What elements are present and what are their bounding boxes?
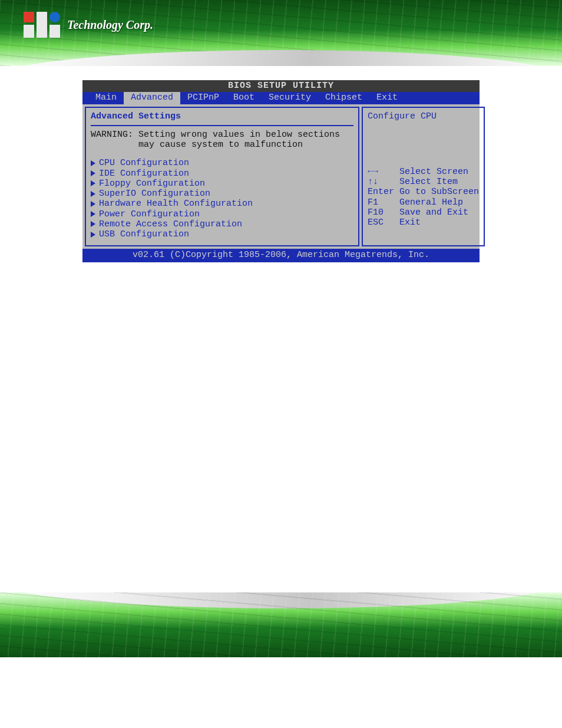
key-name: ESC [368, 218, 399, 228]
tab-advanced[interactable]: Advanced [124, 92, 180, 104]
menu-item-label: SuperIO Configuration [99, 189, 210, 199]
key-row: Enter Go to SubScreen [368, 187, 479, 197]
bios-tab-bar: Main Advanced PCIPnP Boot Security Chips… [82, 92, 480, 104]
menu-usb-configuration[interactable]: USB Configuration [91, 229, 353, 239]
key-action: Select Screen [399, 167, 468, 177]
brand-logo-text: Technology Corp. [67, 18, 153, 32]
menu-item-label: Floppy Configuration [99, 179, 205, 189]
menu-item-label: Remote Access Configuration [99, 219, 242, 229]
section-divider [91, 125, 353, 126]
menu-item-label: USB Configuration [99, 229, 189, 239]
menu-item-label: Power Configuration [99, 209, 200, 219]
submenu-arrow-icon [91, 211, 95, 217]
page-footer-banner [0, 592, 562, 657]
key-row: F1 General Help [368, 197, 479, 207]
key-name: ←→ [368, 167, 399, 177]
submenu-arrow-icon [91, 232, 95, 238]
page-header-banner: Technology Corp. [0, 0, 562, 66]
menu-cpu-configuration[interactable]: CPU Configuration [91, 158, 353, 168]
tab-main[interactable]: Main [88, 92, 124, 104]
key-action: Select Item [399, 177, 458, 187]
menu-power-configuration[interactable]: Power Configuration [91, 209, 353, 219]
key-row: ←→ Select Screen [368, 167, 479, 177]
bios-title: BIOS SETUP UTILITY [82, 80, 480, 92]
tab-boot[interactable]: Boot [226, 92, 262, 104]
menu-hardware-health-configuration[interactable]: Hardware Health Configuration [91, 199, 353, 209]
tab-pcipnp[interactable]: PCIPnP [180, 92, 226, 104]
key-row: F10 Save and Exit [368, 207, 479, 218]
submenu-arrow-icon [91, 191, 95, 197]
menu-remote-access-configuration[interactable]: Remote Access Configuration [91, 219, 353, 229]
menu-ide-configuration[interactable]: IDE Configuration [91, 169, 353, 179]
help-text: Configure CPU [368, 111, 479, 121]
key-legend: ←→ Select Screen ↑↓ Select Item Enter Go… [368, 167, 479, 228]
tab-chipset[interactable]: Chipset [318, 92, 369, 104]
key-row: ↑↓ Select Item [368, 177, 479, 187]
menu-item-label: IDE Configuration [99, 169, 189, 179]
menu-item-label: CPU Configuration [99, 158, 189, 168]
brand-logo-mark [24, 12, 60, 38]
key-name: Enter [368, 187, 399, 197]
bios-left-panel: Advanced Settings WARNING: Setting wrong… [85, 107, 359, 247]
brand-logo: Technology Corp. [24, 12, 153, 38]
submenu-arrow-icon [91, 201, 95, 207]
menu-floppy-configuration[interactable]: Floppy Configuration [91, 179, 353, 189]
key-action: General Help [399, 197, 463, 207]
submenu-arrow-icon [91, 180, 95, 186]
tab-exit[interactable]: Exit [369, 92, 405, 104]
key-name: ↑↓ [368, 177, 399, 187]
key-action: Save and Exit [399, 207, 468, 218]
key-action: Go to SubScreen [399, 187, 479, 197]
tab-security[interactable]: Security [262, 92, 318, 104]
key-name: F10 [368, 207, 399, 218]
bios-window: BIOS SETUP UTILITY Main Advanced PCIPnP … [82, 80, 480, 262]
section-title: Advanced Settings [91, 111, 353, 123]
submenu-arrow-icon [91, 170, 95, 176]
bios-body: Advanced Settings WARNING: Setting wrong… [82, 104, 480, 249]
bios-footer: v02.61 (C)Copyright 1985-2006, American … [82, 249, 480, 262]
warning-text: WARNING: Setting wrong values in below s… [91, 130, 353, 150]
key-action: Exit [399, 218, 421, 228]
key-name: F1 [368, 197, 399, 207]
submenu-arrow-icon [91, 160, 95, 166]
banner-circuit-pattern [0, 592, 562, 657]
key-row: ESC Exit [368, 218, 479, 228]
submenu-arrow-icon [91, 221, 95, 227]
bios-help-panel: Configure CPU ←→ Select Screen ↑↓ Select… [362, 107, 485, 247]
menu-item-label: Hardware Health Configuration [99, 199, 253, 209]
menu-superio-configuration[interactable]: SuperIO Configuration [91, 189, 353, 199]
